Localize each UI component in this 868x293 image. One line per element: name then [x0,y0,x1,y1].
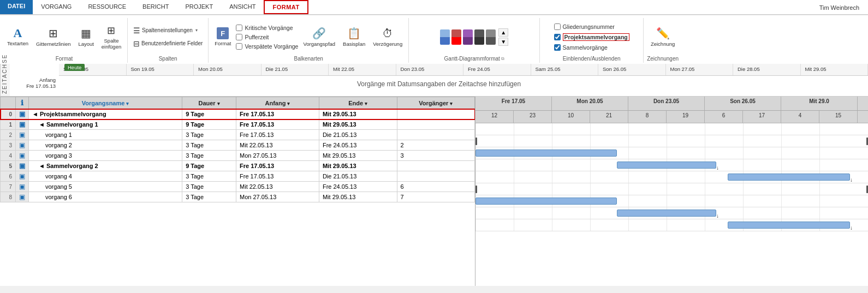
btn-vorgangspfad[interactable]: 🔗 Vorgangspfad [300,25,338,49]
color-bar-5[interactable] [486,29,496,45]
table-row[interactable]: 3 ▣ vorgang 2 3 Tage Mit 22.05.13 Fre 24… [1,140,475,151]
tab-ressource[interactable]: RESSOURCE [80,0,134,14]
btn-basisplan[interactable]: 📋 Basisplan [340,25,368,49]
row-vorgaenger-7: 6 [397,182,474,192]
btn-verzoegerung[interactable]: ⏱ Verzögerung [370,26,405,49]
gantt-arrow-7: ↓ [716,213,719,219]
btn-gitternetzlinien[interactable]: ⊞ Gitternetzlinien [33,25,73,49]
row-anfang-0: Fre 17.05.13 [236,109,319,119]
grid-icon: ⊞ [49,27,58,40]
cb-kritische[interactable] [236,25,242,31]
group-einblenden: Gliederungsnummer Projektsammelvorgang S… [540,18,644,63]
zeitachse-label: ZEITACHSE [0,64,10,96]
date-die2105: Die 21.05 [261,64,329,75]
task-icon-5: ▣ [19,162,25,170]
row-dauer-3: 3 Tage [182,140,236,151]
row-dauer-8: 3 Tage [182,192,236,202]
time-header: Sam 18.05 Son 19.05 Mon 20.05 Die 21.05 … [59,64,868,76]
table-row[interactable]: 4 ▣ vorgang 3 3 Tage Mon 27.05.13 Mit 29… [1,151,475,161]
gantt-format-expand[interactable]: ⧉ [501,56,504,62]
table-scroll[interactable]: ℹ Vorgangsname ▾ Dauer ▾ Anfang ▾ [0,97,475,286]
row-vorgaenger-1 [397,119,474,130]
gantt-row-6 [475,195,868,207]
row-name-6: vorgang 4 [29,171,182,182]
cb-sammelvorgaenge[interactable] [554,44,561,51]
group-einblenden-label: Einblenden/Ausblenden [543,56,640,63]
cb-verspaetete[interactable] [236,43,242,50]
date-mon2705: Mon 27.05 [666,64,734,75]
anfang-sort-arrow: ▾ [287,101,290,106]
gantt-num-17: 17 [743,111,781,123]
tab-bericht[interactable]: BERICHT [134,0,177,14]
spalten-icon: ☰ [133,26,140,35]
checkbox-kritische[interactable]: Kritische Vorgänge [236,24,298,32]
table-row[interactable]: 0 ▣ ◄ Projektsammelvorgang 9 Tage Fre 17… [1,109,475,119]
group-balkenarten-label: Balkenarten [212,56,405,63]
row-icon-2: ▣ [16,130,29,140]
row-icon-4: ▣ [16,151,29,161]
color-bar-1[interactable] [440,29,450,45]
gantt-num-4: 4 [781,111,819,123]
cb-projektsammelvorgang[interactable] [554,34,561,40]
tab-format[interactable]: FORMAT [264,0,308,14]
col-anfang[interactable]: Anfang ▾ [236,97,319,109]
user-display: Tim Weinbrech [819,0,859,15]
vorgaenger-sort-arrow: ▾ [450,101,453,106]
btn-verzoegerung-label: Verzögerung [373,41,402,47]
date-don2305: Don 23.05 [396,64,464,75]
row-num-4: 4 [1,151,16,161]
table-row[interactable]: 8 ▣ vorgang 6 3 Tage Mon 27.05.13 Mit 29… [1,192,475,202]
gantt-summary-bar-1 [475,137,477,145]
today-badge: Heute [64,64,85,71]
table-row[interactable]: 5 ▣ ◄ Sammelvorgang 2 9 Tage Fre 17.05.1… [1,161,475,171]
btn-benutzerdefinierte[interactable]: ⊟ Benutzerdefinierte Felder [131,38,205,49]
gantt-chart: Fre 17.05 Mon 20.05 Don 23.05 Son 26.05 … [475,97,868,286]
table-row[interactable]: 6 ▣ vorgang 4 3 Tage Fre 17.05.13 Die 21… [1,171,475,182]
table-row[interactable]: 1 ▣ ◄ Sammelvorgang 1 9 Tage Fre 17.05.1… [1,119,475,130]
row-icon-7: ▣ [16,182,29,192]
row-icon-1: ▣ [16,119,29,130]
gantt-row-3: ↓ [475,159,868,171]
btn-layout[interactable]: ▦ Layout [75,25,97,49]
col-vorgangsname[interactable]: Vorgangsname ▾ [29,97,182,109]
main-area: ℹ Vorgangsname ▾ Dauer ▾ Anfang ▾ [0,97,868,286]
table-row[interactable]: 7 ▣ vorgang 5 3 Tage Mit 22.05.13 Fre 24… [1,182,475,192]
color-bar-2[interactable] [451,29,461,45]
tab-vorgang[interactable]: VORGANG [33,0,80,14]
col-ende[interactable]: Ende ▾ [319,97,397,109]
group-balkenarten: F Format Kritische Vorgänge Pufferzeit V… [209,18,409,63]
color-bar-4[interactable] [474,29,484,45]
tab-ansicht[interactable]: ANSICHT [221,0,264,14]
btn-spalteneinstellungen[interactable]: ☰ Spalteneinstellungen ▾ [131,25,200,36]
gantt-date-mon2005: Mon 20.05 [552,97,628,110]
cb-gliederungsnummer[interactable] [554,23,561,30]
checkbox-pufferzeit[interactable]: Pufferzeit [236,33,298,41]
btn-format-balken[interactable]: F Format [212,26,234,48]
btn-spalte-label: Spalteeinfügen [102,38,121,50]
row-num-1: 1 [1,119,16,130]
color-bar-up[interactable]: ▲ [498,28,508,37]
color-bar-3[interactable] [463,29,473,45]
text-a-icon: A [14,27,22,39]
btn-textarten[interactable]: A Textarten [4,26,31,48]
checkbox-sammelvorgaenge[interactable]: Sammelvorgänge [554,44,608,51]
row-vorgaenger-5 [397,161,474,171]
color-bar-down[interactable]: ▼ [498,38,508,46]
btn-zeichnung[interactable]: ✏️ Zeichnung [648,25,677,49]
btn-spalte-einfuegen[interactable]: ⊞ Spalteeinfügen [99,23,124,51]
table-row[interactable]: 2 ▣ vorgang 1 3 Tage Fre 17.05.13 Die 21… [1,130,475,140]
cb-pufferzeit[interactable] [236,34,242,40]
checkbox-projektsammelvorgang[interactable]: Projektsammelvorgang [554,33,629,41]
row-anfang-6: Fre 17.05.13 [236,171,319,182]
checkbox-verspaetete[interactable]: Verspätete Vorgänge [236,43,298,50]
gantt-num-21: 21 [590,111,628,123]
row-num-8: 8 [1,192,16,202]
tab-datei[interactable]: DATEI [0,0,33,14]
gantt-bar-8 [728,222,850,229]
checkbox-gliederungsnummer[interactable]: Gliederungsnummer [554,23,615,31]
col-vorgaenger[interactable]: Vorgänger ▾ [397,97,474,109]
row-anfang-5: Fre 17.05.13 [236,161,319,171]
tab-projekt[interactable]: PROJEKT [177,0,221,14]
col-dauer[interactable]: Dauer ▾ [182,97,236,109]
row-ende-3: Fre 24.05.13 [319,140,397,151]
